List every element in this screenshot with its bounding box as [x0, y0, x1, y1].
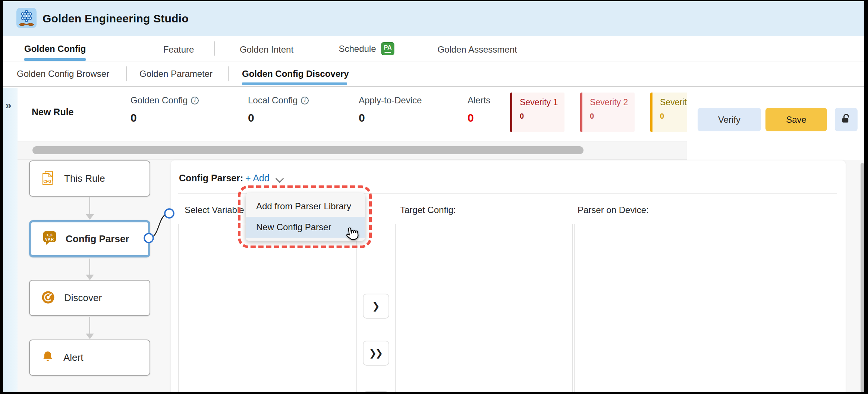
horizontal-scrollbar-thumb[interactable] [32, 146, 584, 154]
panel-title: Config Parser: [179, 173, 243, 184]
stat-label: Local Config [248, 95, 298, 106]
menu-item-add-from-parser-library[interactable]: Add from Parser Library [246, 196, 365, 217]
stat-value: 0 [130, 112, 199, 124]
target-config-label: Target Config: [400, 205, 456, 215]
stat-value: 0 [359, 112, 422, 124]
discover-target-icon [41, 290, 55, 306]
flow-step-label: Alert [63, 352, 83, 363]
flow-arrow [89, 317, 90, 334]
subtab-golden-config-discovery[interactable]: Golden Config Discovery [242, 69, 349, 79]
stat-value: 0 [248, 112, 309, 124]
select-variable-list[interactable] [178, 224, 357, 392]
tab-golden-intent[interactable]: Golden Intent [240, 44, 293, 55]
expand-panel-icon[interactable]: » [5, 99, 12, 112]
flow-arrow [89, 197, 90, 215]
stat-label: Golden Config [130, 95, 188, 106]
stat-local-config: Local Config 0 [248, 95, 309, 124]
collapsed-side-panel [3, 88, 18, 392]
move-all-right-button[interactable]: ❯❯ [363, 341, 389, 366]
move-left-button[interactable] [364, 391, 389, 392]
app-logo-icon [16, 8, 37, 29]
severity-label: Severity 1 [520, 97, 564, 107]
subtab-separator [228, 66, 229, 81]
subtab-separator [126, 66, 127, 81]
severity-cards: Severity 1 0 Severity 2 0 Severity 3 0 [510, 93, 687, 132]
alert-bell-icon [41, 351, 54, 365]
unlock-button[interactable] [835, 108, 858, 131]
stat-label: Apply-to-Device [359, 95, 422, 106]
flow-arrow-head [86, 214, 94, 220]
move-right-button[interactable]: ❯ [363, 294, 389, 319]
flow-arrow [89, 259, 90, 275]
stat-golden-config: Golden Config 0 [130, 95, 199, 124]
severity-2-card: Severity 2 0 [580, 93, 635, 132]
unlock-icon [841, 113, 852, 126]
active-subtab-underline [242, 82, 347, 85]
subtab-golden-parameter[interactable]: Golden Parameter [139, 69, 213, 79]
flow-arrow-head [86, 334, 94, 339]
flow-step-label: Config Parser [66, 233, 129, 245]
rule-title: New Rule [32, 107, 74, 118]
tab-separator [143, 41, 143, 56]
tab-schedule[interactable]: Schedule PA [339, 42, 394, 55]
stat-alerts: Alerts 0 [468, 95, 490, 124]
severity-label: Severity 2 [590, 97, 635, 107]
severity-value: 0 [660, 112, 687, 121]
cfg-document-icon: CFG [41, 170, 55, 187]
svg-text:VAR: VAR [45, 237, 54, 241]
pa-badge-icon: PA [381, 42, 394, 55]
parser-variable-icon: >_$ VAR [43, 231, 57, 247]
active-tab-underline [24, 58, 86, 61]
parser-on-device-label: Parser on Device: [578, 205, 649, 215]
flow-step-alert[interactable]: Alert [29, 340, 150, 376]
sub-tab-bar: Golden Config Browser Golden Parameter G… [3, 62, 864, 87]
stat-apply-to-device: Apply-to-Device 0 [359, 95, 422, 124]
flow-step-label: This Rule [64, 173, 105, 184]
flow-arrow-head [86, 275, 94, 280]
stat-value: 0 [468, 112, 490, 124]
flow-step-config-parser[interactable]: >_$ VAR Config Parser [29, 220, 150, 257]
menu-item-new-config-parser[interactable]: New Config Parser [246, 217, 365, 238]
severity-label: Severity 3 [660, 97, 687, 107]
tab-golden-assessment[interactable]: Golden Assessment [437, 44, 517, 55]
stat-label: Alerts [468, 95, 490, 106]
parser-on-device-list[interactable] [574, 224, 837, 392]
severity-value: 0 [520, 112, 564, 121]
info-icon[interactable] [191, 97, 199, 104]
info-icon[interactable] [301, 97, 309, 104]
main-tab-bar: Golden Config Feature Golden Intent Sche… [3, 36, 864, 62]
double-chevron-right-icon: ❯❯ [369, 348, 383, 359]
select-variable-label: Select Variable [185, 205, 244, 215]
svg-text:>_$: >_$ [47, 233, 52, 237]
severity-1-card: Severity 1 0 [510, 93, 564, 132]
tab-separator [319, 41, 319, 56]
add-parser-dropdown-menu: Add from Parser Library New Config Parse… [246, 193, 365, 241]
vertical-scrollbar-thumb[interactable] [861, 163, 864, 392]
tab-schedule-label: Schedule [339, 44, 376, 54]
flow-step-this-rule[interactable]: CFG This Rule [29, 160, 150, 197]
subtab-golden-config-browser[interactable]: Golden Config Browser [17, 69, 109, 79]
app-header: Golden Engineering Studio [3, 1, 864, 36]
svg-text:CFG: CFG [44, 179, 51, 184]
config-parser-panel: Config Parser: + Add Select Variable Tar… [171, 160, 846, 392]
tab-separator [422, 41, 422, 56]
verify-button[interactable]: Verify [698, 108, 761, 131]
tab-feature[interactable]: Feature [163, 44, 194, 55]
chevron-down-icon[interactable] [276, 175, 284, 183]
app-title: Golden Engineering Studio [43, 12, 189, 25]
severity-3-card: Severity 3 0 [650, 93, 687, 132]
flow-step-discover[interactable]: Discover [29, 280, 150, 316]
tab-separator [214, 41, 215, 56]
save-button[interactable]: Save [765, 108, 827, 131]
tab-golden-config[interactable]: Golden Config [24, 44, 86, 54]
target-config-list[interactable] [395, 224, 573, 392]
chevron-right-icon: ❯ [372, 301, 380, 312]
add-parser-link[interactable]: + Add [245, 173, 270, 184]
flow-step-label: Discover [64, 292, 102, 304]
app-window: Golden Engineering Studio Golden Config … [3, 1, 864, 392]
severity-value: 0 [590, 112, 635, 121]
